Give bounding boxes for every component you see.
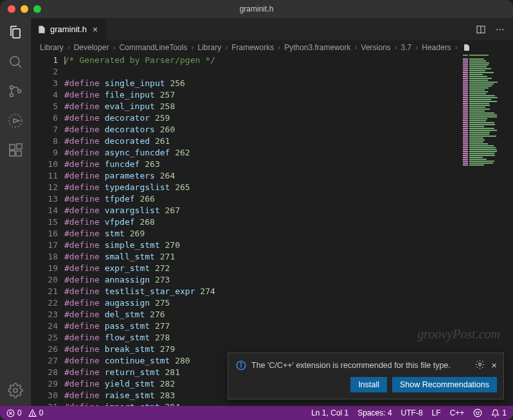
- code-line[interactable]: #define flow_stmt 278: [64, 332, 513, 344]
- breadcrumb: Library›Developer›CommandLineTools›Libra…: [31, 40, 513, 55]
- show-recommendations-button[interactable]: Show Recommendations: [392, 377, 497, 392]
- close-tab-icon[interactable]: ×: [91, 24, 100, 35]
- chevron-right-icon: ›: [415, 43, 418, 52]
- more-actions-icon[interactable]: ···: [495, 24, 505, 35]
- status-language[interactable]: C++: [450, 408, 465, 417]
- breadcrumb-segment[interactable]: Versions: [361, 43, 391, 52]
- status-notifications-icon[interactable]: 1: [491, 408, 507, 417]
- breadcrumb-segment[interactable]: 3.7: [401, 43, 412, 52]
- code-line[interactable]: #define eval_input 258: [64, 101, 513, 112]
- notification-gear-icon[interactable]: [475, 360, 485, 371]
- code-line[interactable]: #define stmt 269: [64, 228, 513, 240]
- editor-area: graminit.h × ··· Library›Developer›Comma…: [31, 18, 513, 406]
- svg-point-4: [18, 90, 21, 93]
- split-editor-icon[interactable]: [476, 24, 486, 35]
- code-line[interactable]: #define decorators 260: [64, 124, 513, 136]
- code-line[interactable]: #define testlist_star_expr 274: [64, 286, 513, 297]
- notification-close-icon[interactable]: ×: [491, 360, 497, 371]
- tab-bar: graminit.h × ···: [31, 18, 513, 40]
- tab-graminit[interactable]: graminit.h ×: [31, 18, 107, 40]
- line-number: 4: [31, 89, 58, 101]
- code-line[interactable]: #define file_input 257: [64, 89, 513, 101]
- code-line[interactable]: #define annassign 273: [64, 274, 513, 286]
- status-encoding[interactable]: UTF-8: [401, 408, 423, 417]
- breadcrumb-segment[interactable]: Developer: [74, 43, 109, 52]
- svg-line-1: [18, 64, 21, 67]
- chevron-right-icon: ›: [191, 43, 194, 52]
- code-line[interactable]: #define varargslist 267: [64, 205, 513, 216]
- breadcrumb-segment[interactable]: Frameworks: [231, 43, 274, 52]
- code-line[interactable]: #define pass_stmt 277: [64, 320, 513, 332]
- code-line[interactable]: #define funcdef 263: [64, 159, 513, 170]
- settings-gear-icon[interactable]: [8, 383, 23, 398]
- chevron-right-icon: ›: [395, 43, 397, 52]
- status-cursor[interactable]: Ln 1, Col 1: [311, 408, 348, 417]
- line-number: 17: [31, 240, 58, 251]
- code-line[interactable]: #define expr_stmt 272: [64, 263, 513, 274]
- code-line[interactable]: #define small_stmt 271: [64, 251, 513, 263]
- code-line[interactable]: #define async_funcdef 262: [64, 147, 513, 159]
- code-line[interactable]: [64, 66, 513, 78]
- line-number: 11: [31, 170, 58, 182]
- line-number: 21: [31, 286, 58, 297]
- maximize-window-button[interactable]: [33, 5, 41, 13]
- line-number: 13: [31, 193, 58, 205]
- status-eol[interactable]: LF: [432, 408, 441, 417]
- install-button[interactable]: Install: [350, 377, 387, 392]
- svg-point-24: [478, 412, 479, 412]
- status-errors[interactable]: 0: [6, 408, 22, 417]
- svg-point-0: [10, 57, 19, 66]
- status-spaces[interactable]: Spaces: 4: [357, 408, 392, 417]
- source-control-icon[interactable]: [8, 83, 23, 99]
- breadcrumb-segment[interactable]: Headers: [422, 43, 451, 52]
- status-bar: 0 0 Ln 1, Col 1 Spaces: 4 UTF-8 LF C++ 1: [0, 406, 513, 420]
- svg-point-21: [32, 414, 33, 415]
- line-number: 9: [31, 147, 58, 159]
- debug-icon[interactable]: [8, 113, 23, 128]
- svg-rect-8: [16, 151, 21, 156]
- line-number: 18: [31, 251, 58, 263]
- line-number: 22: [31, 297, 58, 309]
- explorer-icon[interactable]: [8, 24, 23, 40]
- code-line[interactable]: #define tfpdef 266: [64, 193, 513, 205]
- svg-point-15: [240, 363, 241, 363]
- extensions-icon[interactable]: [8, 143, 23, 158]
- chevron-right-icon: ›: [68, 43, 70, 52]
- line-number: 5: [31, 101, 58, 112]
- breadcrumb-segment[interactable]: CommandLineTools: [119, 43, 187, 52]
- code-line[interactable]: #define augassign 275: [64, 297, 513, 309]
- code-line[interactable]: #define simple_stmt 270: [64, 240, 513, 251]
- code-line[interactable]: #define parameters 264: [64, 170, 513, 182]
- code-line[interactable]: #define decorated 261: [64, 136, 513, 147]
- breadcrumb-segment[interactable]: Library: [40, 43, 64, 52]
- status-feedback-icon[interactable]: [473, 408, 482, 417]
- breadcrumb-segment[interactable]: Python3.framework: [284, 43, 350, 52]
- code-line[interactable]: #define typedargslist 265: [64, 182, 513, 193]
- line-number: 15: [31, 216, 58, 228]
- notification-message: The 'C/C++' extension is recommended for…: [251, 361, 470, 370]
- code-line[interactable]: #define decorator 259: [64, 112, 513, 124]
- chevron-right-icon: ›: [355, 43, 357, 52]
- breadcrumb-segment[interactable]: Library: [197, 43, 221, 52]
- code-line[interactable]: #define import_stmt 284: [64, 401, 513, 406]
- code-line[interactable]: #define single_input 256: [64, 78, 513, 89]
- line-number: 27: [31, 355, 58, 367]
- status-warnings[interactable]: 0: [28, 408, 44, 417]
- window-controls: [0, 5, 41, 13]
- code-line[interactable]: #define del_stmt 276: [64, 309, 513, 320]
- line-number: 25: [31, 332, 58, 344]
- line-number: 28: [31, 367, 58, 378]
- search-icon[interactable]: [8, 54, 23, 69]
- line-number: 1: [31, 55, 58, 66]
- svg-point-3: [10, 94, 14, 97]
- close-window-button[interactable]: [8, 5, 15, 13]
- minimize-window-button[interactable]: [21, 5, 28, 13]
- titlebar: graminit.h: [0, 0, 513, 18]
- minimap[interactable]: [462, 55, 513, 167]
- svg-point-2: [10, 86, 14, 89]
- code-line[interactable]: /* Generated by Parser/pgen */: [64, 55, 513, 66]
- activity-bar: [0, 18, 31, 406]
- line-number: 20: [31, 274, 58, 286]
- code-line[interactable]: #define vfpdef 268: [64, 216, 513, 228]
- svg-rect-6: [10, 144, 15, 150]
